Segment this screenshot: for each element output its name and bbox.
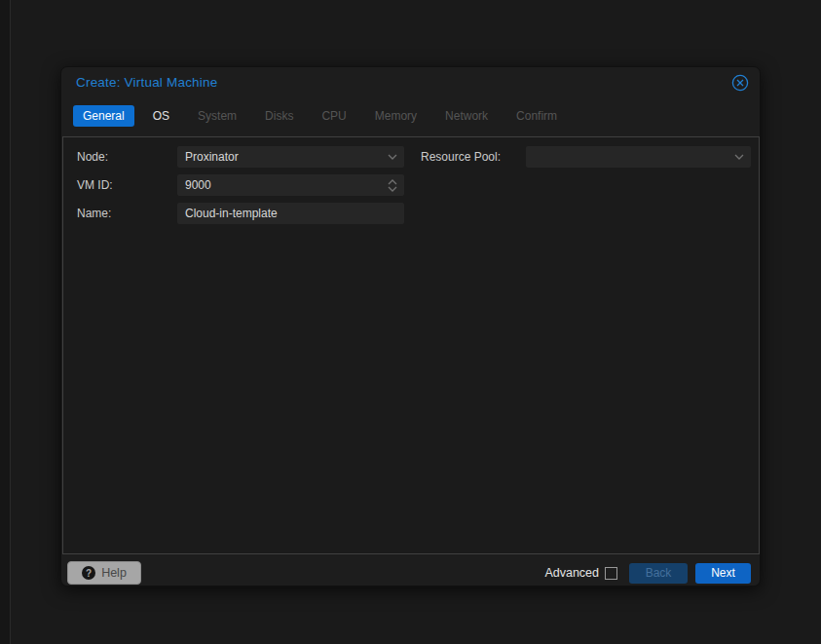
wizard-tabbar: General OS System Disks CPU Memory Netwo… [73,104,576,128]
dialog-title: Create: Virtual Machine [76,75,217,90]
tab-memory: Memory [365,105,427,127]
chevron-down-icon [734,154,744,160]
name-label: Name: [77,207,111,220]
close-button[interactable] [731,74,749,92]
vmid-row: VM ID: 9000 [63,174,761,196]
next-button[interactable]: Next [695,563,751,584]
help-button[interactable]: ? Help [67,561,141,585]
advanced-checkbox[interactable] [605,567,617,580]
resource-pool-label: Resource Pool: [421,150,501,164]
tab-os[interactable]: OS [143,105,179,127]
name-value: Cloud-in-template [185,207,396,220]
tab-confirm: Confirm [506,105,567,127]
vmid-label: VM ID: [77,178,113,192]
resource-pool-dropdown[interactable] [526,146,751,168]
tab-general[interactable]: General [73,105,134,127]
resource-pool-row: Resource Pool: [63,146,761,168]
tab-network: Network [435,105,498,127]
tab-disks: Disks [255,105,303,127]
page-background: { "dialog": { "title": "Create: Virtual … [0,0,821,644]
name-input[interactable]: Cloud-in-template [177,203,404,224]
close-icon [731,74,749,92]
tab-cpu: CPU [312,105,355,127]
resource-pool-dropdown-trigger[interactable] [731,154,747,160]
help-button-label: Help [101,566,127,580]
back-button[interactable]: Back [629,563,688,584]
page-edge-divider [10,0,11,644]
vmid-value: 9000 [185,178,385,192]
vmid-spinner-buttons[interactable] [385,179,400,192]
create-vm-dialog: Create: Virtual Machine General OS Syste… [60,66,761,587]
tab-system: System [188,105,246,127]
vmid-spinner[interactable]: 9000 [177,174,404,196]
page-left-strip [0,0,10,644]
general-tab-panel: Node: Proxinator VM ID: 9000 [62,136,760,554]
help-icon: ? [82,566,95,580]
advanced-label: Advanced [544,566,599,580]
name-row: Name: Cloud-in-template [63,203,761,224]
chevron-down-icon [388,186,397,192]
footer-actions: Advanced Back Next [544,562,751,584]
chevron-up-icon [388,179,397,185]
